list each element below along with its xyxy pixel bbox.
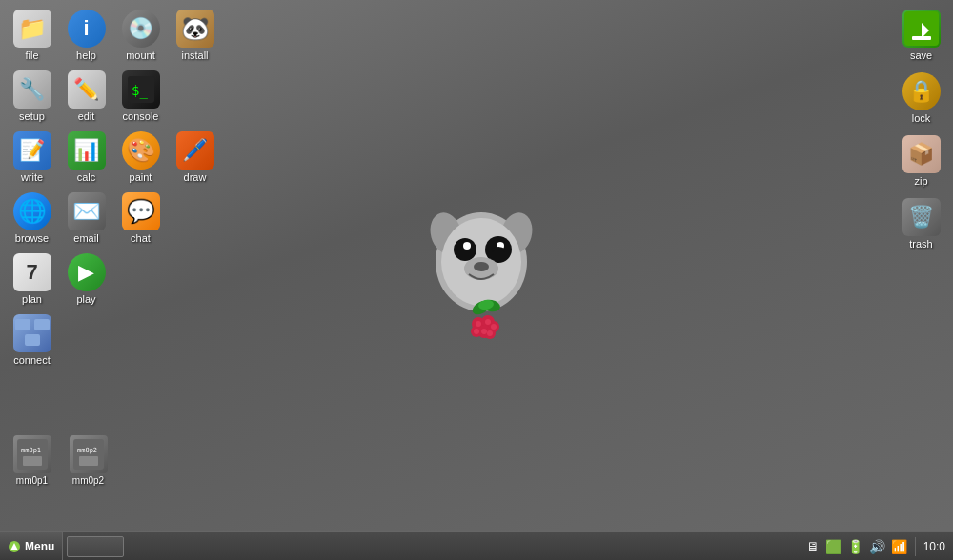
desktop-icon-help[interactable]: i help [60, 6, 112, 65]
svg-rect-4 [25, 334, 40, 346]
taskbar-right: 🖥 🟩 🔋 🔊 📶 10:0 [799, 532, 953, 560]
desktop-icon-install[interactable]: 🐼 install [169, 6, 221, 65]
icon-label-help: help [76, 50, 96, 61]
svg-point-17 [474, 262, 489, 271]
desktop-files: mm0p1 mm0p1 mm0p2 mm0p2 [0, 426, 120, 495]
taskbar-window-btn[interactable] [67, 536, 124, 557]
svg-point-29 [491, 324, 497, 330]
svg-text:$_: $_ [132, 83, 148, 99]
icon-label-install: install [181, 50, 208, 61]
taskbar-menu-button[interactable]: Menu [0, 532, 63, 560]
desktop-icon-lock[interactable]: 🔒 lock [895, 69, 947, 128]
menu-icon [8, 540, 21, 553]
icon-label-plan: plan [22, 293, 42, 305]
desktop-icon-calc[interactable]: 📊 calc [60, 128, 112, 187]
icon-label-play: play [76, 293, 95, 305]
desktop-icon-save[interactable]: save [895, 6, 947, 65]
svg-point-14 [463, 242, 471, 250]
desktop-icon-email[interactable]: ✉️ email [60, 189, 112, 248]
desktop-icon-paint[interactable]: 🎨 paint [114, 128, 167, 187]
svg-point-32 [487, 330, 493, 336]
taskbar-clock[interactable]: 10:0 [923, 540, 945, 553]
icon-label-calc: calc [77, 171, 96, 183]
desktop-icon-plan[interactable]: 7 plan [6, 250, 58, 309]
icon-label-zip: zip [914, 175, 927, 187]
desktop-icon-chat[interactable]: 💬 chat [114, 189, 167, 248]
desktop-icon-draw[interactable]: 🖊️ draw [169, 128, 221, 187]
svg-point-31 [474, 329, 479, 334]
icon-label-draw: draw [184, 171, 207, 183]
svg-point-12 [454, 238, 476, 261]
taskbar-battery-icon[interactable]: 🟩 [825, 539, 841, 554]
taskbar-power-icon[interactable]: 🔋 [847, 539, 863, 554]
desktop-icon-edit[interactable]: ✏️ edit [60, 67, 112, 126]
icon-label-email: email [73, 232, 98, 244]
svg-point-28 [485, 319, 491, 325]
icon-label-save: save [910, 50, 932, 61]
icon-label-paint: paint [130, 171, 152, 183]
desktop-icon-file[interactable]: 📁 file [6, 6, 58, 65]
icon-label-console: console [123, 110, 159, 122]
icon-label-write: write [21, 171, 43, 183]
taskbar-windows [63, 532, 798, 560]
svg-text:mm0p2: mm0p2 [77, 447, 97, 454]
taskbar-wifi-icon[interactable]: 📶 [891, 539, 907, 554]
file-label-mm0p2: mm0p2 [72, 475, 104, 486]
icon-label-setup: setup [19, 110, 45, 122]
icon-label-browse: browse [15, 232, 49, 244]
svg-rect-35 [23, 456, 42, 466]
desktop-icon-trash[interactable]: 🗑️ trash [895, 194, 947, 253]
desktop: 📁 file i help 💿 mount 🐼 install 🔧 setup [0, 0, 953, 530]
svg-point-30 [481, 329, 487, 334]
desktop-icon-connect[interactable]: connect [6, 310, 58, 370]
desktop-icon-zip[interactable]: 📦 zip [895, 131, 947, 190]
taskbar-separator [915, 537, 916, 556]
mascot [419, 190, 543, 343]
desktop-icon-write[interactable]: 📝 write [6, 128, 58, 187]
desktop-file-mm0p2[interactable]: mm0p2 mm0p2 [62, 431, 114, 490]
icon-label-file: file [25, 50, 38, 61]
svg-point-27 [476, 321, 481, 327]
desktop-icon-mount[interactable]: 💿 mount [114, 6, 167, 65]
svg-rect-2 [15, 319, 30, 330]
icon-label-connect: connect [13, 354, 51, 366]
svg-rect-38 [79, 456, 98, 466]
icon-label-chat: chat [131, 232, 151, 244]
desktop-icon-play[interactable]: ▶ play [60, 250, 112, 309]
icon-label-lock: lock [912, 112, 931, 124]
taskbar-display-icon[interactable]: 🖥 [806, 539, 820, 554]
icon-label-trash: trash [909, 238, 932, 250]
svg-text:mm0p1: mm0p1 [21, 447, 41, 454]
desktop-icon-browse[interactable]: 🌐 browse [6, 189, 58, 248]
desktop-icon-console[interactable]: $_ console [114, 67, 167, 126]
file-label-mm0p1: mm0p1 [16, 475, 48, 486]
svg-rect-7 [912, 36, 931, 40]
icon-label-edit: edit [78, 110, 95, 122]
taskbar: Menu 🖥 🟩 🔋 🔊 📶 10:0 [0, 531, 953, 560]
desktop-file-mm0p1[interactable]: mm0p1 mm0p1 [6, 431, 58, 490]
taskbar-sound-icon[interactable]: 🔊 [869, 539, 885, 554]
icon-label-mount: mount [126, 50, 155, 61]
taskbar-menu-label: Menu [25, 540, 54, 553]
desktop-icon-setup[interactable]: 🔧 setup [6, 67, 58, 126]
svg-rect-3 [34, 319, 50, 330]
